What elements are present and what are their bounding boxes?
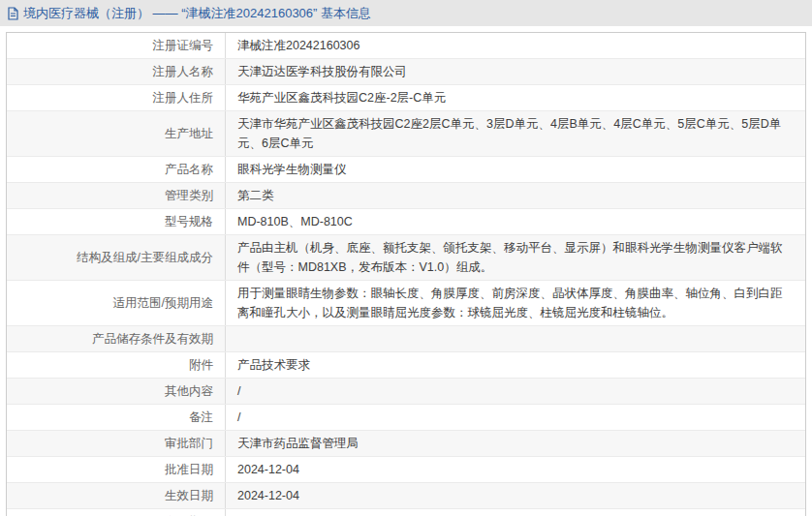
- table-row: 管理类别第二类: [7, 182, 805, 208]
- row-label: 注册证编号: [7, 33, 226, 58]
- table-row: 生效日期2024-12-04: [7, 482, 805, 508]
- row-value: 2029-12-03: [226, 509, 805, 516]
- info-table: 注册证编号津械注准20242160306注册人名称天津迈达医学科技股份有限公司注…: [6, 32, 806, 516]
- table-row: 结构及组成/主要组成成分产品由主机（机身、底座、额托支架、颌托支架、移动平台、显…: [7, 234, 805, 280]
- row-value: 天津迈达医学科技股份有限公司: [226, 59, 805, 84]
- row-value: 用于测量眼睛生物参数：眼轴长度、角膜厚度、前房深度、晶状体厚度、角膜曲率、轴位角…: [226, 281, 805, 325]
- row-value: /: [226, 379, 805, 404]
- row-label: 生产地址: [7, 111, 226, 156]
- table-row: 备注/: [7, 404, 805, 430]
- table-row: 附件产品技术要求: [7, 351, 805, 378]
- document-icon: [7, 7, 19, 20]
- table-row: 产品名称眼科光学生物测量仪: [7, 156, 805, 182]
- table-row: 有效期至2029-12-03: [7, 508, 805, 516]
- row-value: 产品技术要求: [226, 352, 805, 378]
- table-row: 注册证编号津械注准20242160306: [7, 33, 805, 58]
- row-value: MD-810B、MD-810C: [226, 209, 805, 234]
- table-row: 产品储存条件及有效期: [7, 325, 805, 351]
- row-label: 型号规格: [7, 209, 226, 234]
- row-label: 结构及组成/主要组成成分: [7, 235, 226, 280]
- row-label: 审批部门: [7, 431, 226, 456]
- row-value: /: [226, 405, 805, 430]
- table-row: 型号规格MD-810B、MD-810C: [7, 208, 805, 234]
- row-value: 第二类: [226, 183, 805, 208]
- row-value: 2024-12-04: [226, 483, 805, 508]
- row-value: 天津市药品监督管理局: [226, 431, 805, 456]
- row-label: 产品名称: [7, 157, 226, 182]
- table-row: 生产地址天津市华苑产业区鑫茂科技园C2座2层C单元、3层D单元、4层B单元、4层…: [7, 110, 805, 156]
- row-label: 注册人名称: [7, 59, 226, 84]
- table-row: 其他内容/: [7, 378, 805, 404]
- row-value: 华苑产业区鑫茂科技园C2座-2层-C单元: [226, 85, 805, 110]
- row-label: 备注: [7, 405, 226, 430]
- page-header: 境内医疗器械（注册） —— “津械注准20242160306” 基本信息: [0, 0, 812, 26]
- table-row: 批准日期2024-12-04: [7, 456, 805, 482]
- row-label: 产品储存条件及有效期: [7, 326, 226, 351]
- row-label: 适用范围/预期用途: [7, 281, 226, 325]
- row-value: 产品由主机（机身、底座、额托支架、颌托支架、移动平台、显示屏）和眼科光学生物测量…: [226, 235, 805, 280]
- table-row: 适用范围/预期用途用于测量眼睛生物参数：眼轴长度、角膜厚度、前房深度、晶状体厚度…: [7, 280, 805, 325]
- row-value: 天津市华苑产业区鑫茂科技园C2座2层C单元、3层D单元、4层B单元、4层C单元、…: [226, 111, 805, 156]
- row-label: 有效期至: [7, 509, 226, 516]
- row-label: 管理类别: [7, 183, 226, 208]
- table-row: 注册人名称天津迈达医学科技股份有限公司: [7, 58, 805, 84]
- row-label: 附件: [7, 352, 226, 378]
- row-label: 批准日期: [7, 457, 226, 482]
- row-value: 2024-12-04: [226, 457, 805, 482]
- row-label: 其他内容: [7, 379, 226, 404]
- page-title: 境内医疗器械（注册） —— “津械注准20242160306” 基本信息: [23, 5, 371, 22]
- registration-info-page: 境内医疗器械（注册） —— “津械注准20242160306” 基本信息 注册证…: [0, 0, 812, 516]
- table-row: 注册人住所华苑产业区鑫茂科技园C2座-2层-C单元: [7, 84, 805, 110]
- row-value: 眼科光学生物测量仪: [226, 157, 805, 182]
- row-value: [226, 326, 805, 351]
- row-label: 注册人住所: [7, 85, 226, 110]
- row-label: 生效日期: [7, 483, 226, 508]
- row-value: 津械注准20242160306: [226, 33, 805, 58]
- table-row: 审批部门天津市药品监督管理局: [7, 430, 805, 456]
